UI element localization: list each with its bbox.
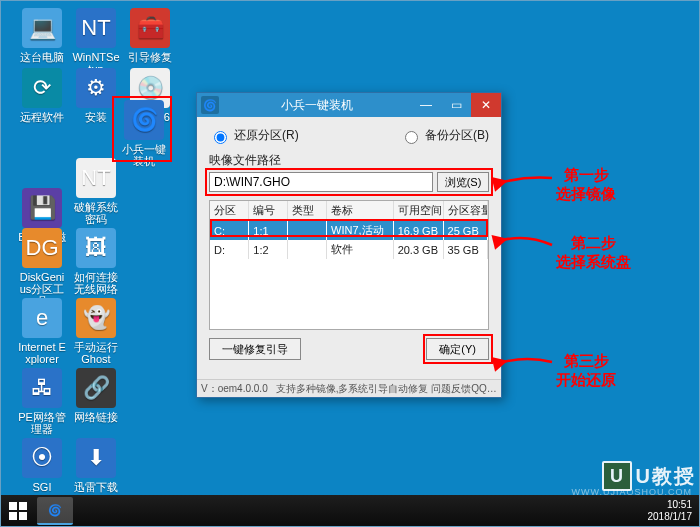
- svg-rect-2: [9, 512, 17, 520]
- taskbar[interactable]: 🌀 10:51 2018/1/17: [0, 495, 700, 527]
- annotation-arrow: [0, 0, 700, 527]
- start-button[interactable]: [0, 495, 36, 527]
- taskbar-clock[interactable]: 10:51 2018/1/17: [648, 499, 701, 523]
- svg-rect-1: [19, 502, 27, 510]
- svg-rect-0: [9, 502, 17, 510]
- taskbar-app-xiaobing[interactable]: 🌀: [37, 497, 73, 525]
- svg-rect-3: [19, 512, 27, 520]
- windows-icon: [8, 501, 28, 521]
- watermark-text: U教授: [636, 463, 696, 490]
